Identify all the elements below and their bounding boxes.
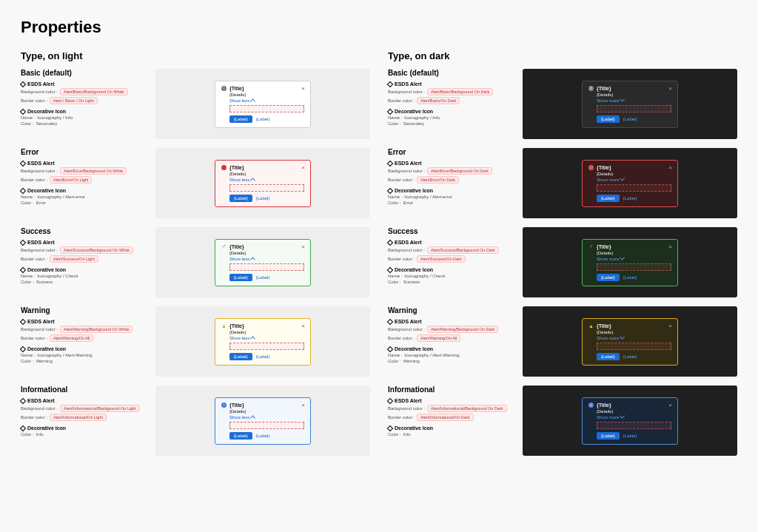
show-more-toggle[interactable]: Show more	[597, 415, 671, 420]
alert-warning-dark: × ▲{Title} {Details} Show more {Label}{L…	[582, 318, 678, 366]
meta-border-label: Border color :	[388, 336, 415, 340]
meta-border-label: Border color :	[21, 415, 47, 420]
alert-slot	[229, 343, 304, 350]
page-title: Properties	[21, 18, 737, 37]
meta-decorative-icon: Decorative Icon	[27, 267, 66, 272]
alert-slot	[229, 263, 304, 271]
diamond-icon	[387, 346, 393, 351]
link-button[interactable]: {Label}	[256, 196, 270, 201]
diamond-icon	[387, 160, 393, 166]
border-badge: Alert/Success/On Light	[50, 255, 98, 263]
show-less-toggle[interactable]: Show less	[229, 98, 304, 103]
variant-heading: Basic (default)	[21, 69, 148, 77]
close-icon[interactable]: ×	[668, 165, 672, 171]
link-button[interactable]: {Label}	[623, 275, 637, 280]
chevron-up-icon	[250, 98, 255, 104]
alert-title: {Title}	[229, 323, 244, 329]
primary-button[interactable]: {Label}	[597, 195, 620, 202]
border-badge: Alert/Error/On Light	[50, 176, 92, 183]
close-icon[interactable]: ×	[301, 403, 305, 408]
icon-name-value: Iconography / Info	[37, 115, 73, 120]
link-button[interactable]: {Label}	[623, 354, 637, 359]
column-light: Type, on light Basic (default) ESDS Aler…	[21, 50, 370, 465]
border-badge: Alert/Error/On Dark	[417, 176, 459, 183]
alert-details: {Details}	[229, 251, 304, 255]
icon-name-value: Iconography / Alert-error	[404, 195, 452, 199]
show-more-toggle[interactable]: Show more	[597, 336, 671, 340]
info-icon: i	[221, 86, 227, 91]
border-badge: Alert/Success/On Dark	[417, 255, 466, 263]
icon-name-value: Iconography / Check	[37, 274, 78, 278]
link-button[interactable]: {Label}	[256, 434, 270, 438]
meta-border-label: Border color :	[21, 98, 47, 103]
chevron-up-icon	[250, 336, 255, 341]
icon-color-value: Error	[36, 201, 46, 205]
variant-warning-light: Warning ESDS Alert Background color :Ale…	[21, 306, 370, 377]
diamond-icon	[20, 239, 26, 245]
column-dark: Type, on dark Basic (default) ESDS Alert…	[388, 50, 737, 465]
show-less-toggle[interactable]: Show less	[229, 257, 304, 261]
primary-button[interactable]: {Label}	[229, 432, 252, 440]
show-less-toggle[interactable]: Show less	[229, 178, 304, 182]
close-icon[interactable]: ×	[301, 165, 305, 171]
icon-color-value: Secondary	[403, 121, 425, 126]
primary-button[interactable]: {Label}	[229, 353, 252, 360]
show-more-toggle[interactable]: Show more	[597, 257, 671, 261]
link-button[interactable]: {Label}	[256, 275, 270, 280]
column-light-heading: Type, on light	[21, 50, 370, 61]
link-button[interactable]: {Label}	[623, 117, 637, 121]
meta-decorative-icon: Decorative Icon	[395, 425, 433, 431]
variant-info-light: Informational ESDS Alert Background colo…	[21, 385, 370, 456]
diamond-icon	[20, 108, 26, 114]
diamond-icon	[20, 187, 26, 193]
meta-border-label: Border color :	[388, 178, 415, 182]
alert-title: {Title}	[597, 165, 611, 170]
primary-button[interactable]: {Label}	[229, 115, 252, 123]
primary-button[interactable]: {Label}	[597, 432, 620, 440]
primary-button[interactable]: {Label}	[597, 353, 620, 360]
bg-badge: Alert/Error/Background On Dark	[427, 167, 492, 175]
meta-esds-alert: ESDS Alert	[395, 161, 422, 166]
chevron-up-icon	[250, 178, 255, 183]
link-button[interactable]: {Label}	[256, 354, 270, 359]
show-more-toggle[interactable]: Show more	[597, 178, 671, 182]
close-icon[interactable]: ×	[668, 323, 672, 329]
close-icon[interactable]: ×	[668, 244, 672, 250]
icon-color-value: Info	[36, 432, 44, 437]
meta-name-label: Name :	[21, 353, 35, 357]
close-icon[interactable]: ×	[301, 323, 305, 329]
meta-bg-label: Background color :	[21, 248, 58, 252]
error-icon	[221, 165, 227, 170]
border-badge: Alert/Warning/On All	[50, 334, 93, 342]
meta-color-label: Color :	[21, 121, 34, 126]
variant-heading: Basic (default)	[388, 69, 515, 77]
link-button[interactable]: {Label}	[623, 196, 637, 201]
icon-color-value: Error	[403, 201, 413, 205]
close-icon[interactable]: ×	[301, 86, 305, 92]
alert-title: {Title}	[597, 403, 611, 408]
show-less-toggle[interactable]: Show less	[229, 415, 304, 420]
primary-button[interactable]: {Label}	[229, 195, 252, 202]
primary-button[interactable]: {Label}	[597, 274, 620, 281]
variant-error-light: Error ESDS Alert Background color :Alert…	[21, 148, 370, 218]
check-icon: ✓	[221, 244, 227, 249]
show-more-toggle[interactable]: Show more	[597, 98, 671, 103]
close-icon[interactable]: ×	[668, 86, 672, 92]
show-less-toggle[interactable]: Show less	[229, 336, 304, 340]
diamond-icon	[20, 81, 26, 87]
primary-button[interactable]: {Label}	[229, 274, 252, 281]
alert-details: {Details}	[597, 409, 671, 414]
link-button[interactable]: {Label}	[623, 434, 637, 438]
bg-badge: Alert/Basic/Background On Dark	[427, 88, 493, 95]
bg-badge: Alert/Informational/Background On Dark	[427, 405, 507, 412]
link-button[interactable]: {Label}	[256, 117, 270, 121]
alert-slot	[229, 184, 304, 192]
diamond-icon	[387, 318, 393, 324]
meta-decorative-icon: Decorative Icon	[27, 425, 66, 431]
primary-button[interactable]: {Label}	[597, 115, 620, 123]
alert-details: {Details}	[597, 172, 671, 176]
alert-details: {Details}	[229, 172, 304, 176]
alert-success-light: × ✓{Title} {Details} Show less {Label}{L…	[215, 239, 311, 286]
close-icon[interactable]: ×	[301, 244, 305, 250]
close-icon[interactable]: ×	[668, 403, 672, 408]
